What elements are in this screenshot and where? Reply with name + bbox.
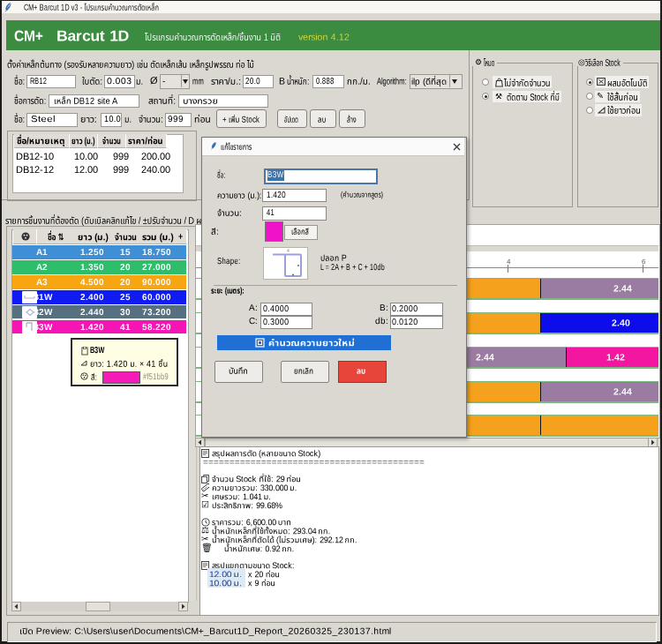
svg-text:4: 4 bbox=[287, 248, 290, 253]
